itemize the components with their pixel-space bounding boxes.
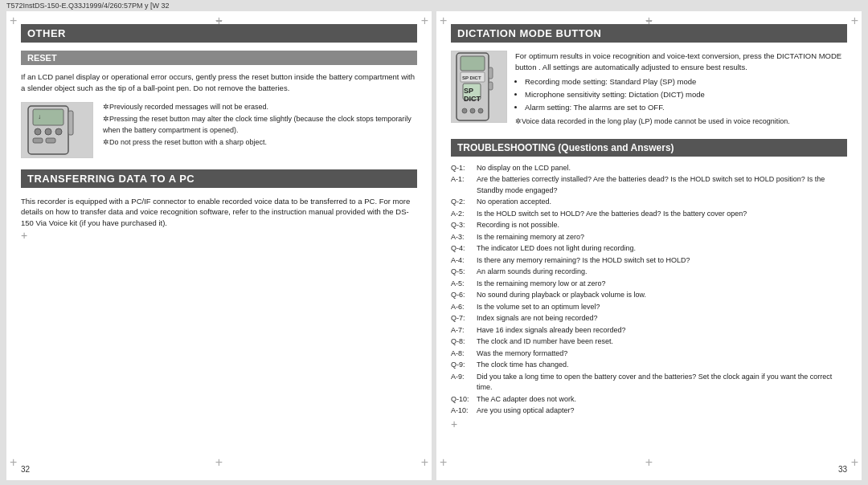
corner-cross-br: +	[421, 456, 428, 469]
corner-cross-tl: +	[10, 14, 17, 27]
svg-rect-8	[68, 111, 73, 135]
svg-point-18	[462, 108, 467, 113]
dict-device-svg: SP DICT SP DICT	[453, 51, 506, 122]
svg-text:DICT: DICT	[464, 95, 481, 103]
qa-text: Recording is not possible.	[477, 220, 847, 231]
corner-cross-tm: +	[215, 14, 223, 27]
reset-note-3: ✲Do not press the reset button with a sh…	[103, 137, 417, 149]
qa-text: The AC adapter does not work.	[477, 394, 847, 406]
qa-text: An alarm sounds during recording.	[477, 267, 847, 278]
qa-row: A-4:Is there any memory remaining? Is th…	[451, 255, 847, 267]
corner-cross-bm: +	[215, 456, 223, 469]
qa-text: Have 16 index signals already been recor…	[477, 325, 847, 336]
dict-bullets: Recording mode setting: Standard Play (S…	[525, 76, 847, 114]
svg-point-19	[470, 108, 475, 113]
qa-text: No operation accepted.	[477, 197, 847, 208]
qa-row: Q-6:No sound during playback or playback…	[451, 290, 847, 301]
qa-row: Q-2:No operation accepted.	[451, 197, 847, 208]
left-page: + + + + + + OTHER RESET If an LCD panel …	[6, 11, 432, 480]
qa-row: A-8:Was the memory formatted?	[451, 348, 847, 360]
svg-rect-6	[33, 138, 43, 143]
dict-text-area: For optimum results in voice recognition…	[515, 51, 847, 128]
reset-note-1: ✲Previously recorded messages will not b…	[103, 102, 417, 113]
qa-text: Did you take a long time to open the bat…	[477, 372, 847, 393]
right-corner-cross-tr: +	[851, 14, 858, 27]
reset-notes: ✲Previously recorded messages will not b…	[103, 102, 417, 158]
dict-bullet-1: Microphone sensitivity setting: Dictatio…	[525, 89, 847, 100]
qa-row: Q-1:No display on the LCD panel.	[451, 163, 847, 174]
svg-point-2	[35, 128, 41, 135]
qa-label: A-6:	[451, 302, 477, 313]
svg-text:SP  DICT: SP DICT	[462, 75, 481, 80]
qa-row: A-9:Did you take a long time to open the…	[451, 372, 847, 393]
qa-row: Q-7:Index signals are not being recorded…	[451, 313, 847, 324]
qa-text: Are you using optical adapter?	[477, 406, 847, 417]
qa-label: Q-1:	[451, 163, 477, 174]
transfer-title: TRANSFERRING DATA TO A PC	[21, 169, 417, 188]
dictation-section: DICTATION MODE BUTTON SP DICT SP	[451, 24, 847, 128]
page-wrapper: T572InstDS-150-E.Q33J1999/4/260:57PM y […	[0, 0, 868, 485]
troubleshoot-title: TROUBLESHOOTING (Questions and Answers)	[451, 139, 847, 157]
reset-device-svg: ↓	[22, 103, 92, 157]
qa-row: Q-3:Recording is not possible.	[451, 220, 847, 231]
qa-label: A-4:	[451, 255, 477, 267]
corner-cross-tr: +	[421, 14, 428, 27]
qa-label: A-8:	[451, 348, 477, 360]
reset-body: If an LCD panel display or operational e…	[21, 71, 417, 94]
right-corner-cross-bm: +	[645, 456, 653, 469]
right-corner-cross-bl: +	[440, 456, 447, 469]
top-bar: T572InstDS-150-E.Q33J1999/4/260:57PM y […	[0, 0, 868, 11]
dict-bullet-2: Alarm setting: The alarms are set to OFF…	[525, 102, 847, 113]
svg-rect-7	[46, 138, 55, 143]
qa-label: Q-9:	[451, 360, 477, 371]
qa-row: Q-5:An alarm sounds during recording.	[451, 267, 847, 278]
right-corner-cross-tl: +	[440, 14, 447, 27]
qa-label: A-10:	[451, 406, 477, 417]
dict-device-image: SP DICT SP DICT	[451, 51, 507, 123]
qa-label: Q-5:	[451, 267, 477, 278]
qa-label: Q-2:	[451, 197, 477, 208]
qa-label: Q-4:	[451, 243, 477, 255]
reset-note-2: ✲Pressing the reset button may alter the…	[103, 114, 417, 136]
qa-label: Q-6:	[451, 290, 477, 301]
qa-text: The clock and ID number have been reset.	[477, 336, 847, 348]
reset-section: RESET If an LCD panel display or operati…	[21, 51, 417, 158]
svg-text:SP: SP	[464, 87, 473, 95]
dict-bullet-0: Recording mode setting: Standard Play (S…	[525, 76, 847, 88]
page-number-right: 33	[838, 465, 847, 474]
qa-row: A-6:Is the volume set to an optimum leve…	[451, 302, 847, 313]
svg-rect-10	[461, 56, 485, 71]
qa-text: Is the HOLD switch set to HOLD? Are the …	[477, 209, 847, 220]
corner-cross-bl: +	[10, 456, 17, 469]
qa-label: A-1:	[451, 174, 477, 196]
svg-rect-17	[489, 82, 493, 90]
qa-text: Is the remaining memory low or at zero?	[477, 279, 847, 290]
qa-text: No sound during playback or playback vol…	[477, 290, 847, 301]
qa-row: Q-10:The AC adapter does not work.	[451, 394, 847, 406]
qa-row: A-3:Is the remaining memory at zero?	[451, 232, 847, 243]
svg-point-3	[45, 128, 51, 135]
qa-row: A-2:Is the HOLD switch set to HOLD? Are …	[451, 209, 847, 220]
qa-row: Q-9:The clock time has changed.	[451, 360, 847, 371]
reset-title: RESET	[21, 51, 417, 65]
svg-text:↓: ↓	[38, 113, 41, 120]
pages-container: + + + + + + OTHER RESET If an LCD panel …	[0, 11, 868, 485]
qa-label: A-3:	[451, 232, 477, 243]
qa-label: A-5:	[451, 279, 477, 290]
right-corner-cross-tm: +	[645, 14, 653, 27]
qa-text: Is there any memory remaining? Is the HO…	[477, 255, 847, 267]
qa-text: Is the volume set to an optimum level?	[477, 302, 847, 313]
file-info: T572InstDS-150-E.Q33J1999/4/260:57PM y […	[6, 2, 170, 10]
svg-point-4	[55, 128, 62, 135]
qa-label: Q-7:	[451, 313, 477, 324]
qa-row: Q-4:The indicator LED does not light dur…	[451, 243, 847, 255]
qa-text: Are the batteries correctly installed? A…	[477, 174, 847, 196]
svg-point-20	[478, 108, 483, 113]
dict-intro: For optimum results in voice recognition…	[515, 51, 847, 74]
dict-content: SP DICT SP DICT	[451, 51, 847, 128]
qa-label: Q-3:	[451, 220, 477, 231]
svg-rect-16	[489, 67, 493, 79]
qa-row: A-10:Are you using optical adapter?	[451, 406, 847, 417]
dict-asterisk-note: ✲Voice data recorded in the long play (L…	[515, 116, 847, 128]
transfer-section: TRANSFERRING DATA TO A PC This recorder …	[21, 169, 417, 229]
